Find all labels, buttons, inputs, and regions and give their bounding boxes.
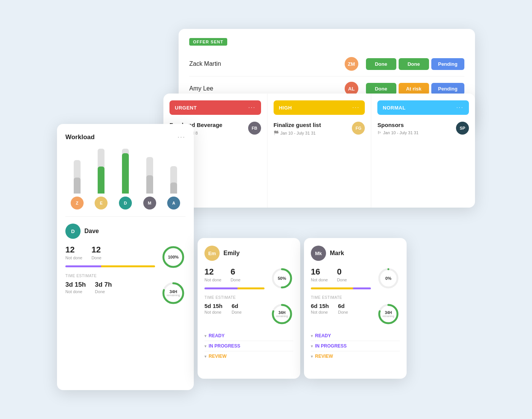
dave-not-done-label: Not done (65, 256, 82, 260)
avatar-zack-initials: ZM (348, 61, 355, 67)
bar-avatar-3: D (119, 197, 132, 210)
dave-time-done-val: 3d 7h (95, 281, 112, 289)
dave-time-notdone-val: 3d 15h (65, 281, 86, 289)
dave-time-done-label: Done (95, 289, 112, 294)
mark-header: Mk Mark (311, 246, 400, 261)
kanban-label-normal: NORMAL (383, 105, 405, 111)
dave-section: D Dave 12 Not done 12 Done (65, 224, 185, 305)
emily-tag-ready[interactable]: ▾ READY (204, 331, 293, 341)
workload-dots[interactable]: ··· (177, 133, 185, 141)
mark-card: Mk Mark 16 Not done 0 Done (304, 238, 407, 379)
dave-done-label: Done (92, 256, 101, 260)
mark-time-label: TIME ESTIMATE (311, 295, 400, 300)
workload-title: Workload (65, 133, 95, 141)
chevron-mark-inprogress-icon: ▾ (311, 344, 313, 348)
kanban-dots-high[interactable]: ··· (352, 104, 359, 111)
bar-group-1: Z (67, 149, 87, 210)
kanban-col-high: HIGH ··· Finalize guest list 🏁 Jan 10 - … (268, 94, 372, 208)
bar-bg-5 (170, 166, 177, 194)
status-done-1[interactable]: Done (366, 58, 396, 70)
kanban-task-guest[interactable]: Finalize guest list 🏁 Jan 10 - July 31 3… (274, 122, 365, 135)
dave-avatar: D (65, 224, 81, 239)
avatar-amy-initials: AL (348, 86, 355, 92)
mark-done: 0 Done (337, 267, 347, 282)
mark-tag-ready[interactable]: ▾ READY (311, 331, 400, 341)
mark-circle-label: 0% (377, 267, 400, 290)
kanban-date-sponsors: 🏳 Jan 10 - July 31 31 (377, 130, 418, 135)
emily-bar-seg-1 (204, 287, 238, 289)
dave-time-done: 3d 7h Done (95, 281, 112, 294)
bar-bg-3 (122, 149, 129, 194)
offer-name-amy: Amy Lee (189, 85, 345, 92)
emily-not-done-label: Not done (204, 278, 222, 282)
offer-name-zack: Zack Martin (189, 60, 345, 67)
chevron-review-icon: ▾ (204, 354, 206, 359)
status-pending-1[interactable]: Pending (431, 58, 464, 70)
dave-not-done: 12 Not done (65, 245, 82, 260)
dave-time-label: TIME ESTIMATE (65, 274, 185, 278)
emily-stats-wrap: 12 Not done 6 Done 5 (204, 267, 293, 291)
dave-circle-label: 100% (161, 245, 185, 269)
kanban-avatar-sponsors: SP (456, 122, 469, 135)
bar-fill-4 (146, 175, 153, 194)
kanban-dots-urgent[interactable]: ··· (248, 104, 255, 111)
emily-circle: 50% (271, 267, 293, 290)
kanban-header-high[interactable]: HIGH ··· (274, 100, 365, 115)
dave-bar-seg-2 (101, 265, 155, 267)
emily-tag-inprogress[interactable]: ▾ IN PROGRESS (204, 341, 293, 351)
kanban-task-title-guest: Finalize guest list (274, 122, 321, 128)
mark-progress-bar (311, 287, 371, 289)
dave-time-notdone: 3d 15h Not done (65, 281, 86, 294)
status-pending-2[interactable]: Pending (431, 83, 464, 95)
emily-card: Em Emily 12 Not done 6 Done (198, 238, 300, 379)
emily-34h-val: 34H (279, 311, 285, 315)
kanban-dots-normal[interactable]: ··· (456, 104, 464, 111)
mark-time-done-label: Done (338, 310, 348, 314)
offer-row-zack[interactable]: Zack Martin ZM Done Done Pending (189, 52, 464, 76)
dave-34h-label: 34H remaining (161, 281, 185, 305)
mark-34h-circle: 34H remaining (377, 303, 400, 325)
kanban-avatar-guest: FG (352, 122, 365, 135)
flag-icon-high: 🏁 (274, 130, 279, 135)
emily-done: 6 Done (231, 267, 241, 282)
kanban-avatar-food: FB (248, 122, 261, 135)
kanban-label-urgent: URGENT (175, 105, 197, 111)
dave-stats-left: 12 Not done 12 Done (65, 245, 155, 269)
mark-time-done: 6d Done (338, 303, 348, 314)
kanban-header-normal[interactable]: NORMAL ··· (377, 100, 469, 115)
status-atrisk-1[interactable]: At risk (399, 83, 429, 95)
kanban-label-high: HIGH (279, 105, 292, 111)
emily-34h-sublabel: remaining (276, 315, 288, 317)
kanban-task-title-sponsors: Sponsors (377, 122, 418, 128)
emily-time-notdone-label: Not done (204, 310, 223, 314)
chevron-inprogress-icon: ▾ (204, 344, 206, 348)
dave-done-num: 12 (92, 245, 101, 255)
kanban-card: URGENT ··· Food and Beverage 🚩 Jul 1 - J… (163, 94, 475, 208)
mark-34h-val: 34H (385, 311, 392, 315)
emily-tag-review[interactable]: ▾ REVIEW (204, 351, 293, 361)
bar-avatar-4: M (143, 197, 156, 210)
mark-tag-review[interactable]: ▾ REVIEW (311, 351, 400, 361)
dave-name: Dave (84, 228, 99, 235)
flag-icon-normal: 🏳 (377, 130, 382, 135)
emily-tag-ready-label: READY (209, 333, 225, 338)
dave-34h-sublabel: remaining (166, 294, 180, 297)
status-done-2[interactable]: Done (399, 58, 429, 70)
offer-statuses-amy: Done At risk Pending (366, 83, 464, 95)
emily-time-done-val: 6d (232, 303, 242, 309)
status-done-3[interactable]: Done (366, 83, 396, 95)
mark-stats-wrap: 16 Not done 0 Done 0 (311, 267, 400, 291)
dave-time-stats: 3d 15h Not done 3d 7h Done (65, 281, 155, 294)
workload-header: Workload ··· (65, 133, 185, 141)
emily-name: Emily (223, 250, 240, 257)
kanban-date-guest: 🏁 Jan 10 - July 31 31 (274, 130, 321, 135)
bar-bg-1 (74, 160, 81, 194)
kanban-task-sponsors[interactable]: Sponsors 🏳 Jan 10 - July 31 31 SP (377, 122, 469, 135)
bar-fill-5 (170, 183, 177, 194)
kanban-header-urgent[interactable]: URGENT ··· (169, 100, 261, 115)
chevron-mark-review-icon: ▾ (311, 354, 313, 359)
mark-34h-sublabel: remaining (383, 315, 394, 317)
mark-tag-inprogress[interactable]: ▾ IN PROGRESS (311, 341, 400, 351)
emily-done-label: Done (231, 278, 241, 282)
emily-done-num: 6 (231, 267, 241, 277)
